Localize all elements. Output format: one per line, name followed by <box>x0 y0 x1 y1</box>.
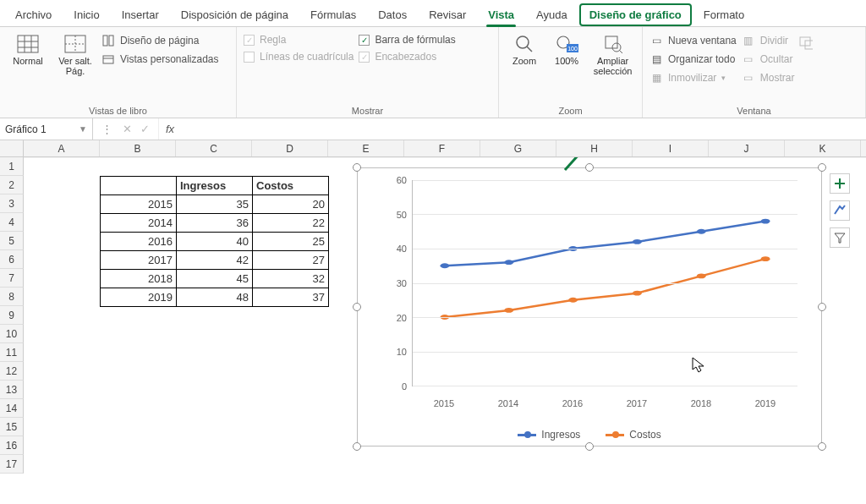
tab-review[interactable]: Revisar <box>419 3 476 26</box>
row-headers[interactable]: 1234567891011121314151617 <box>0 157 24 496</box>
row-header[interactable]: 15 <box>0 418 24 436</box>
legend-item-costos[interactable]: Costos <box>606 429 660 441</box>
row-header[interactable]: 8 <box>0 288 24 306</box>
row-header[interactable]: 13 <box>0 381 24 399</box>
table-row[interactable]: 20164025 <box>101 233 329 251</box>
table-row[interactable]: 20184532 <box>101 270 329 288</box>
table-cell[interactable]: 20 <box>253 195 329 214</box>
zoom-selection-button[interactable]: Ampliar selección <box>590 30 635 76</box>
row-header[interactable]: 1 <box>0 157 24 176</box>
chart-styles-button[interactable] <box>830 200 850 221</box>
table-row[interactable]: 20194837 <box>101 288 329 307</box>
row-header[interactable]: 7 <box>0 269 24 288</box>
formulabar-checkbox[interactable]: ✓Barra de fórmulas <box>359 34 455 46</box>
resize-handle[interactable] <box>585 163 594 172</box>
table-cell[interactable]: 2018 <box>101 270 177 288</box>
tab-data[interactable]: Datos <box>368 3 417 26</box>
row-header[interactable]: 9 <box>0 306 24 325</box>
resize-handle[interactable] <box>818 163 826 172</box>
page-layout-button[interactable]: Diseño de página <box>101 34 219 47</box>
custom-views-button[interactable]: Vistas personalizadas <box>101 52 219 66</box>
table-cell[interactable]: 42 <box>177 251 253 270</box>
name-box[interactable]: Gráfico 1 ▼ <box>0 118 93 140</box>
tab-format[interactable]: Formato <box>693 3 754 26</box>
column-header[interactable]: B <box>100 140 176 156</box>
chart-legend[interactable]: Ingresos Costos <box>358 429 821 441</box>
column-header[interactable]: H <box>556 140 633 156</box>
table-cell[interactable]: 32 <box>253 270 329 288</box>
select-all-corner[interactable] <box>0 140 24 156</box>
table-cell[interactable]: 37 <box>253 288 329 307</box>
data-table[interactable]: Ingresos Costos 201535202014362220164025… <box>100 176 329 307</box>
chart-plot-area[interactable]: 201520142016201720182019 0102030405060 <box>373 180 806 408</box>
table-row[interactable]: 20174227 <box>101 251 329 270</box>
worksheet[interactable]: ABCDEFGHIJK 1234567891011121314151617 In… <box>0 140 866 504</box>
tab-chart-design[interactable]: Diseño de gráfico <box>579 3 692 26</box>
row-header[interactable]: 3 <box>0 194 24 213</box>
table-cell[interactable]: 22 <box>253 214 329 233</box>
chart-object[interactable]: 201520142016201720182019 0102030405060 I… <box>357 167 822 446</box>
table-row[interactable]: 20143622 <box>101 214 329 233</box>
tab-pagelayout[interactable]: Disposición de página <box>171 3 299 26</box>
resize-handle[interactable] <box>585 442 594 451</box>
row-header[interactable]: 12 <box>0 362 24 381</box>
zoom-100-button[interactable]: 100 100% <box>548 30 585 66</box>
view-normal-button[interactable]: Normal <box>7 30 49 66</box>
formula-input[interactable] <box>181 118 866 140</box>
table-cell[interactable]: 2014 <box>101 214 177 233</box>
resize-handle[interactable] <box>818 442 826 451</box>
table-cell[interactable]: 2017 <box>101 251 177 270</box>
tab-home[interactable]: Inicio <box>63 3 109 26</box>
dots-icon[interactable]: ⋮ <box>101 123 114 135</box>
column-headers[interactable]: ABCDEFGHIJK <box>0 140 866 157</box>
cancel-icon[interactable]: ✕ <box>123 123 132 135</box>
row-header[interactable]: 17 <box>0 455 24 474</box>
legend-item-ingresos[interactable]: Ingresos <box>518 429 580 441</box>
accept-icon[interactable]: ✓ <box>140 123 150 135</box>
tab-insert[interactable]: Insertar <box>112 3 169 26</box>
row-header[interactable]: 5 <box>0 232 24 250</box>
column-header[interactable]: G <box>480 140 556 156</box>
table-cell[interactable]: 48 <box>177 288 253 307</box>
view-pagebreak-button[interactable]: Ver salt. Pág. <box>54 30 96 76</box>
column-header[interactable]: I <box>633 140 709 156</box>
table-cell[interactable]: 45 <box>177 270 253 288</box>
row-header[interactable]: 4 <box>0 213 24 232</box>
row-header[interactable]: 14 <box>0 399 24 418</box>
column-header[interactable]: C <box>176 140 252 156</box>
column-header[interactable]: A <box>24 140 100 156</box>
table-cell[interactable]: 2016 <box>101 233 177 251</box>
zoom-button[interactable]: Zoom <box>506 30 543 66</box>
new-window-button[interactable]: ▭ Nueva ventana <box>650 34 737 47</box>
arrange-all-button[interactable]: ▤ Organizar todo <box>650 52 737 66</box>
row-header[interactable]: 10 <box>0 325 24 343</box>
fx-label[interactable]: fx <box>159 118 181 140</box>
tab-view[interactable]: Vista <box>478 3 524 26</box>
resize-handle[interactable] <box>353 442 361 451</box>
table-cell[interactable]: 2019 <box>101 288 177 307</box>
resize-handle[interactable] <box>818 303 826 311</box>
table-row[interactable]: 20153520 <box>101 195 329 214</box>
table-cell[interactable]: 27 <box>253 251 329 270</box>
column-header[interactable]: K <box>785 140 861 156</box>
tab-file[interactable]: Archivo <box>5 3 62 26</box>
row-header[interactable]: 16 <box>0 436 24 455</box>
table-cell[interactable]: 25 <box>253 233 329 251</box>
column-header[interactable]: D <box>252 140 328 156</box>
tab-formulas[interactable]: Fórmulas <box>300 3 366 26</box>
chart-filters-button[interactable] <box>830 227 850 248</box>
table-cell[interactable]: 40 <box>177 233 253 251</box>
column-header[interactable]: J <box>709 140 785 156</box>
tab-help[interactable]: Ayuda <box>526 3 578 26</box>
column-header[interactable]: E <box>328 140 404 156</box>
table-cell[interactable]: 2015 <box>101 195 177 214</box>
table-cell[interactable]: 36 <box>177 214 253 233</box>
row-header[interactable]: 11 <box>0 343 24 362</box>
row-header[interactable]: 2 <box>0 176 24 194</box>
table-cell[interactable]: 35 <box>177 195 253 214</box>
column-header[interactable]: F <box>404 140 480 156</box>
resize-handle[interactable] <box>353 303 361 311</box>
row-header[interactable]: 6 <box>0 250 24 269</box>
resize-handle[interactable] <box>353 163 361 172</box>
chart-elements-button[interactable] <box>830 173 850 194</box>
